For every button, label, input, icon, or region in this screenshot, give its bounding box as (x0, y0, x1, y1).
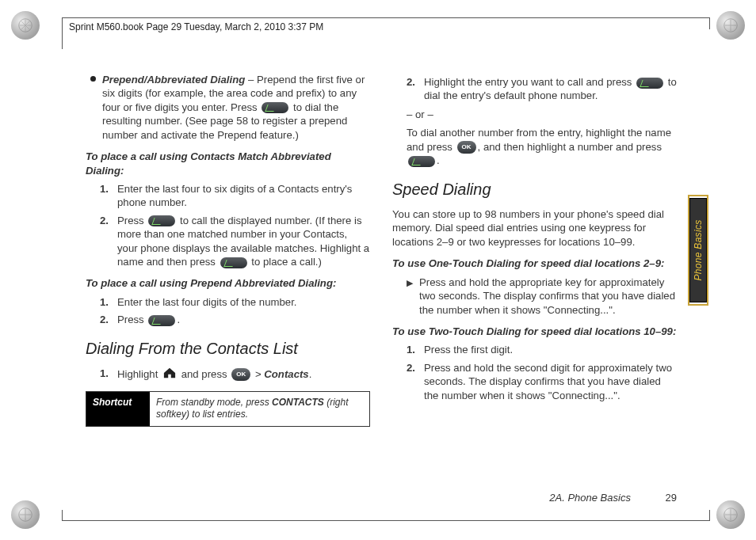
speed-dial-paragraph: You can store up to 98 numbers in your p… (392, 207, 677, 249)
step-text: Highlight and press OK > Contacts. (117, 367, 370, 382)
heading-speed-dialing: Speed Dialing (392, 179, 677, 200)
steps-contacts-match: 1.Enter the last four to six digits of a… (100, 182, 370, 269)
shortcut-contacts-key: CONTACTS (272, 397, 324, 408)
footer-page-number: 29 (666, 492, 677, 504)
shortcut-callout: Shortcut From standby mode, press CONTAC… (86, 391, 370, 428)
home-icon (162, 367, 177, 382)
step-text: Highlight the entry you want to call and… (424, 75, 677, 103)
step-item: 1.Enter the last four to six digits of a… (100, 182, 370, 210)
corner-ornament-icon (716, 11, 745, 40)
steps-prepend: 1.Enter the last four digits of the numb… (100, 295, 370, 327)
arrow-icon: ▶ (407, 277, 413, 317)
subhead-two-touch: To use Two-Touch Dialing for speed dial … (392, 325, 677, 338)
step-item: 2.Highlight the entry you want to call a… (407, 75, 677, 103)
step-item: 2.Press and hold the second digit for ap… (407, 361, 677, 402)
step-text: Press . (117, 313, 370, 326)
bullet-label: Prepend/Abbreviated Dialing (102, 74, 245, 86)
step-item: 1.Highlight and press OK > Contacts. (100, 367, 370, 382)
steps-two-touch: 1.Press the first digit. 2.Press and hol… (407, 343, 677, 402)
crop-mark-header: Sprint M560.book Page 29 Tuesday, March … (62, 17, 710, 49)
step-item: 1.Enter the last four digits of the numb… (100, 295, 370, 309)
step-item: 1.Press the first digit. (407, 343, 677, 356)
talk-key-icon (220, 257, 247, 268)
page-footer: 2A. Phone Basics 29 (86, 492, 677, 504)
talk-key-icon (148, 215, 175, 226)
talk-key-icon (636, 78, 663, 89)
right-column: 2.Highlight the entry you want to call a… (392, 71, 677, 483)
ok-key-icon: OK (231, 368, 250, 381)
subhead-one-touch: To use One-Touch Dialing for speed dial … (392, 257, 677, 270)
left-column: Prepend/Abbreviated Dialing – Prepend th… (86, 71, 370, 483)
footer-section: 2A. Phone Basics (549, 492, 631, 504)
bullet-dot-icon (90, 76, 96, 82)
corner-ornament-icon (11, 11, 40, 40)
shortcut-label: Shortcut (86, 392, 150, 427)
heading-dialing-from-contacts: Dialing From the Contacts List (86, 338, 370, 359)
steps-dial-from-contacts-cont: 2.Highlight the entry you want to call a… (407, 75, 677, 103)
crop-mark-footer (62, 510, 710, 521)
bullet-prepend-dialing: Prepend/Abbreviated Dialing – Prepend th… (90, 73, 370, 142)
step-text: Press to call the displayed number. (If … (117, 214, 370, 269)
talk-key-icon (262, 102, 288, 113)
page-content: Prepend/Abbreviated Dialing – Prepend th… (86, 71, 677, 483)
section-side-tab: Phone Basics (689, 198, 707, 302)
side-tab-label: Phone Basics (693, 220, 704, 281)
subhead-prepend: To place a call using Prepend Abbreviate… (86, 276, 370, 290)
talk-key-icon (148, 315, 175, 326)
step-text: Enter the last four to six digits of a C… (117, 182, 370, 210)
step-item: 2.Press . (100, 313, 370, 326)
step-text: Enter the last four digits of the number… (117, 295, 370, 309)
corner-ornament-icon (11, 500, 40, 529)
ok-key-icon: OK (457, 141, 476, 154)
corner-ornament-icon (716, 500, 745, 529)
step-alt-text: To dial another number from the entry, h… (407, 126, 677, 167)
talk-key-icon (408, 156, 435, 167)
menu-path-contacts: Contacts (264, 368, 308, 380)
arrow-step: ▶ Press and hold the appropriate key for… (407, 276, 677, 317)
step-text: Press and hold the second digit for appr… (424, 361, 677, 402)
step-item: 2.Press to call the displayed number. (I… (100, 214, 370, 269)
shortcut-text: From standby mode, press CONTACTS (right… (150, 392, 369, 427)
arrow-step-text: Press and hold the appropriate key for a… (419, 276, 677, 317)
steps-dial-from-contacts: 1.Highlight and press OK > Contacts. (100, 367, 370, 382)
subhead-contacts-match: To place a call using Contacts Match Abb… (86, 150, 370, 177)
or-separator: – or – (407, 108, 677, 121)
crop-header-text: Sprint M560.book Page 29 Tuesday, March … (69, 21, 323, 32)
step-text: Press the first digit. (424, 343, 677, 356)
bullet-text: Prepend/Abbreviated Dialing – Prepend th… (102, 73, 370, 142)
